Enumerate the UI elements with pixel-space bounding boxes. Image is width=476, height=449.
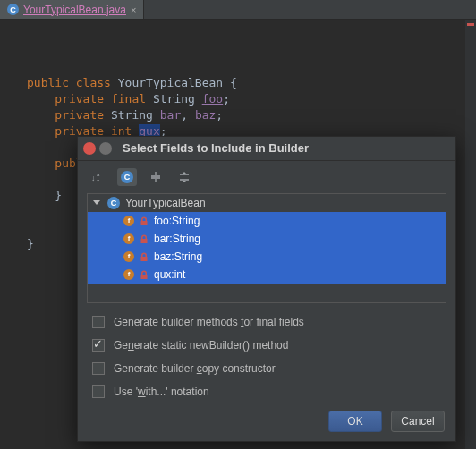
chevron-down-icon[interactable] <box>93 200 100 205</box>
opt-final-fields[interactable]: Generate builder methods for final field… <box>92 316 441 328</box>
opt-with-notation[interactable]: Use 'with...' notation <box>92 385 441 398</box>
collapse-all-icon[interactable] <box>174 168 194 186</box>
field-icon: f <box>123 269 134 280</box>
tab-filename: YourTypicalBean.java <box>23 4 126 16</box>
field-label: bar:String <box>154 233 446 245</box>
cancel-button[interactable]: Cancel <box>391 411 445 432</box>
lock-icon <box>140 234 149 243</box>
tree-root-label: YourTypicalBean <box>125 197 446 209</box>
editor-tab[interactable]: C YourTypicalBean.java × <box>0 0 144 19</box>
sort-icon[interactable]: ↓az <box>89 168 108 186</box>
fields-tree[interactable]: C YourTypicalBean f foo:String f bar:Str… <box>87 193 446 303</box>
opt-new-builder[interactable]: Generate static newBuilder() method <box>92 339 441 352</box>
tree-field-row[interactable]: f foo:String <box>88 212 446 230</box>
ok-button[interactable]: OK <box>328 411 382 432</box>
checkbox[interactable] <box>92 339 105 352</box>
opt-copy-constructor[interactable]: Generate builder copy constructor <box>92 362 441 375</box>
lock-icon <box>140 270 149 279</box>
checkbox[interactable] <box>92 362 105 375</box>
tree-field-row[interactable]: f qux:int <box>88 266 446 284</box>
field-label: foo:String <box>154 215 446 227</box>
tab-bar: C YourTypicalBean.java × <box>0 0 476 20</box>
tree-root[interactable]: C YourTypicalBean <box>88 194 446 212</box>
options-group: Generate builder methods for final field… <box>78 303 455 403</box>
class-icon: C <box>7 4 19 15</box>
field-icon: f <box>123 251 134 262</box>
field-label: qux:int <box>154 268 446 281</box>
field-icon: f <box>123 216 134 226</box>
select-fields-dialog: Select Fields to Include in Builder ↓az … <box>77 136 456 442</box>
dialog-buttons: OK Cancel <box>78 403 455 441</box>
expand-all-icon[interactable] <box>146 168 166 186</box>
field-label: baz:String <box>154 250 446 263</box>
svg-text:z: z <box>97 178 99 183</box>
dialog-toolbar: ↓az C <box>78 161 455 193</box>
lock-icon <box>140 252 149 261</box>
window-min-icon[interactable] <box>99 142 112 155</box>
svg-text:↓: ↓ <box>91 174 96 182</box>
error-stripe <box>465 20 476 449</box>
class-icon: C <box>107 197 120 209</box>
checkbox[interactable] <box>92 316 105 328</box>
field-icon: f <box>123 233 134 244</box>
tree-field-row[interactable]: f baz:String <box>88 248 446 266</box>
dialog-title: Select Fields to Include in Builder <box>123 141 309 155</box>
lock-icon <box>140 216 149 225</box>
tree-field-row[interactable]: f bar:String <box>88 230 446 248</box>
show-classes-icon[interactable]: C <box>117 168 137 186</box>
window-close-icon[interactable] <box>83 142 96 155</box>
close-icon[interactable]: × <box>131 4 136 15</box>
checkbox[interactable] <box>92 385 105 398</box>
dialog-titlebar[interactable]: Select Fields to Include in Builder <box>78 137 455 161</box>
svg-text:a: a <box>97 172 100 177</box>
